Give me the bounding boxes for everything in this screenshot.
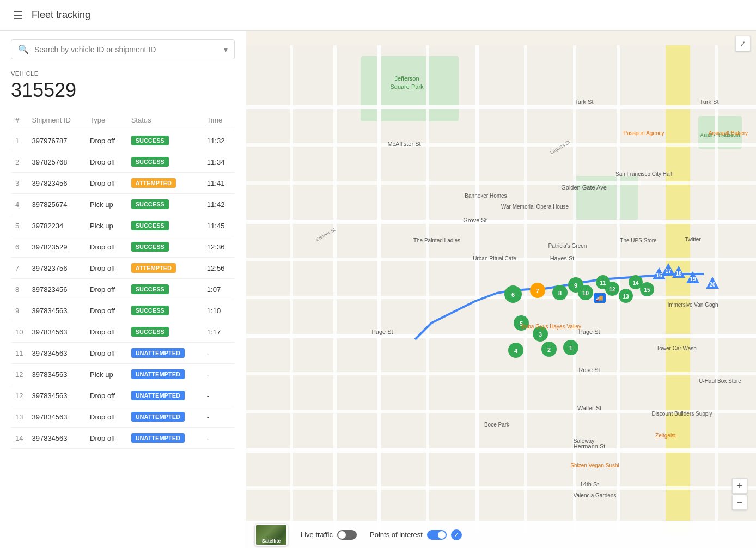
- search-dropdown-icon[interactable]: ▾: [224, 45, 228, 54]
- row-time: -: [203, 343, 235, 364]
- table-row[interactable]: 11 397834563 Drop off UNATTEMPTED -: [11, 343, 235, 364]
- satellite-thumbnail[interactable]: Satellite: [255, 524, 288, 546]
- svg-text:Boba Guys Hayes Valley: Boba Guys Hayes Valley: [521, 324, 581, 330]
- menu-icon[interactable]: ☰: [13, 9, 23, 22]
- svg-rect-20: [333, 45, 337, 533]
- poi-toggle-knob: [438, 531, 446, 539]
- row-status: SUCCESS: [127, 236, 203, 258]
- svg-text:Boce Park: Boce Park: [484, 422, 510, 428]
- status-badge: UNATTEMPTED: [131, 369, 185, 379]
- table-row[interactable]: 13 397834563 Drop off UNATTEMPTED -: [11, 406, 235, 428]
- svg-text:San Francisco City Hall: San Francisco City Hall: [615, 171, 672, 177]
- row-time: 12:36: [203, 236, 235, 258]
- svg-rect-22: [426, 45, 429, 533]
- svg-text:Valencia Gardens: Valencia Gardens: [574, 492, 617, 498]
- svg-text:Tower Car Wash: Tower Car Wash: [656, 345, 697, 351]
- row-shipment-id: 397823456: [27, 173, 86, 194]
- svg-text:Banneker Homes: Banneker Homes: [465, 193, 507, 199]
- row-time: -: [203, 385, 235, 406]
- svg-text:Square Park: Square Park: [390, 83, 424, 90]
- table-row[interactable]: 9 397834563 Drop off SUCCESS 1:10: [11, 300, 235, 321]
- row-status: SUCCESS: [127, 321, 203, 343]
- row-status: ATTEMPTED: [127, 173, 203, 194]
- row-num: 12: [11, 364, 27, 385]
- col-num: #: [11, 113, 27, 130]
- zoom-out-button[interactable]: −: [732, 495, 747, 510]
- live-traffic-toggle[interactable]: [337, 530, 357, 540]
- live-traffic-group: Live traffic: [301, 530, 357, 540]
- status-badge: SUCCESS: [131, 199, 169, 209]
- search-box[interactable]: 🔍 ▾: [11, 39, 235, 59]
- svg-text:War Memorial Opera House: War Memorial Opera House: [501, 204, 569, 210]
- svg-text:19: 19: [690, 276, 696, 282]
- table-row[interactable]: 12 397834563 Pick up UNATTEMPTED -: [11, 364, 235, 385]
- table-row[interactable]: 14 397834563 Drop off UNATTEMPTED -: [11, 428, 235, 449]
- poi-toggle[interactable]: [427, 530, 447, 540]
- row-status: UNATTEMPTED: [127, 428, 203, 449]
- svg-text:20: 20: [709, 282, 716, 288]
- table-row[interactable]: 10 397834563 Drop off SUCCESS 1:17: [11, 321, 235, 343]
- svg-rect-27: [715, 45, 718, 533]
- table-row[interactable]: 1 397976787 Drop off SUCCESS 11:32: [11, 130, 235, 151]
- search-input[interactable]: [34, 45, 224, 54]
- row-status: UNATTEMPTED: [127, 343, 203, 364]
- row-time: 1:10: [203, 300, 235, 321]
- svg-text:Grove St: Grove St: [463, 217, 486, 223]
- row-type: Pick up: [86, 364, 127, 385]
- row-status: UNATTEMPTED: [127, 385, 203, 406]
- app-header: ☰ Fleet tracking: [0, 0, 756, 31]
- svg-text:2: 2: [547, 346, 551, 353]
- row-status: SUCCESS: [127, 151, 203, 173]
- status-badge: UNATTEMPTED: [131, 348, 185, 358]
- row-shipment-id: 397834563: [27, 343, 86, 364]
- svg-text:The UPS Store: The UPS Store: [620, 238, 657, 243]
- row-num: 12: [11, 385, 27, 406]
- table-row[interactable]: 5 39782234 Pick up SUCCESS 11:45: [11, 215, 235, 236]
- row-num: 8: [11, 279, 27, 300]
- status-badge: UNATTEMPTED: [131, 433, 185, 443]
- table-row[interactable]: 6 397823529 Drop off SUCCESS 12:36: [11, 236, 235, 258]
- zoom-in-button[interactable]: +: [732, 478, 747, 494]
- row-time: 1:07: [203, 279, 235, 300]
- table-row[interactable]: 7 397823756 Drop off ATTEMPTED 12:56: [11, 258, 235, 279]
- map-background: Jefferson Square Park Asian Art Museum: [246, 31, 756, 548]
- svg-text:Patricia's Green: Patricia's Green: [548, 243, 587, 249]
- svg-text:Hayes St: Hayes St: [550, 255, 575, 261]
- svg-text:16: 16: [656, 272, 662, 278]
- row-num: 5: [11, 215, 27, 236]
- map-svg: Jefferson Square Park Asian Art Museum: [246, 31, 756, 548]
- table-row[interactable]: 12 397834563 Drop off UNATTEMPTED -: [11, 385, 235, 406]
- status-badge: SUCCESS: [131, 327, 169, 337]
- row-shipment-id: 397834563: [27, 300, 86, 321]
- row-num: 3: [11, 173, 27, 194]
- status-badge: SUCCESS: [131, 157, 169, 167]
- map-expand-button[interactable]: ⤢: [735, 36, 751, 51]
- row-num: 9: [11, 300, 27, 321]
- svg-text:Rose St: Rose St: [578, 367, 600, 373]
- row-time: 11:34: [203, 151, 235, 173]
- row-time: 11:42: [203, 194, 235, 215]
- table-row[interactable]: 8 397823456 Drop off SUCCESS 1:07: [11, 279, 235, 300]
- table-row[interactable]: 2 397825768 Drop off SUCCESS 11:34: [11, 151, 235, 173]
- svg-text:18: 18: [675, 271, 682, 277]
- row-type: Pick up: [86, 215, 127, 236]
- status-badge: UNATTEMPTED: [131, 412, 185, 422]
- col-type: Type: [86, 113, 127, 130]
- row-time: 11:45: [203, 215, 235, 236]
- svg-text:12: 12: [609, 287, 615, 293]
- table-row[interactable]: 4 397825674 Pick up SUCCESS 11:42: [11, 194, 235, 215]
- row-shipment-id: 397834563: [27, 428, 86, 449]
- status-badge: ATTEMPTED: [131, 178, 176, 188]
- table-row[interactable]: 3 397823456 Drop off ATTEMPTED 11:41: [11, 173, 235, 194]
- row-status: SUCCESS: [127, 279, 203, 300]
- svg-text:U-Haul Box Store: U-Haul Box Store: [699, 378, 741, 384]
- svg-text:1: 1: [569, 345, 572, 351]
- svg-rect-14: [246, 334, 756, 338]
- svg-text:13: 13: [623, 294, 629, 300]
- status-badge: SUCCESS: [131, 221, 169, 230]
- svg-text:Twitter: Twitter: [685, 236, 701, 242]
- svg-text:Waller St: Waller St: [577, 405, 601, 411]
- row-type: Drop off: [86, 321, 127, 343]
- svg-text:🚚: 🚚: [596, 294, 603, 302]
- status-badge: ATTEMPTED: [131, 263, 176, 273]
